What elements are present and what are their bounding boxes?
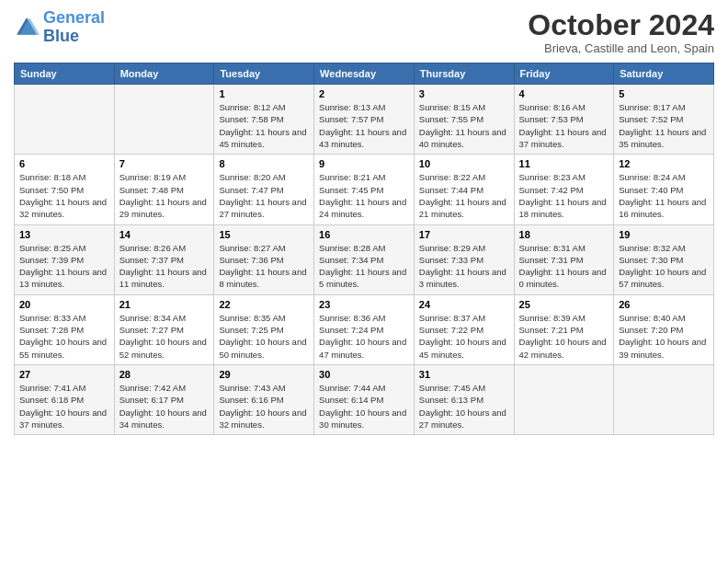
day-info: Sunrise: 8:13 AM Sunset: 7:57 PM Dayligh… bbox=[319, 101, 409, 150]
day-number: 8 bbox=[219, 158, 309, 169]
logo: General Blue bbox=[14, 9, 105, 46]
day-info: Sunrise: 8:35 AM Sunset: 7:25 PM Dayligh… bbox=[219, 312, 309, 361]
calendar-week-row: 6Sunrise: 8:18 AM Sunset: 7:50 PM Daylig… bbox=[15, 155, 714, 224]
day-info: Sunrise: 8:37 AM Sunset: 7:22 PM Dayligh… bbox=[419, 312, 509, 361]
day-number: 10 bbox=[419, 158, 509, 169]
day-number: 3 bbox=[419, 88, 509, 99]
weekday-row: SundayMondayTuesdayWednesdayThursdayFrid… bbox=[15, 63, 714, 85]
day-number: 14 bbox=[119, 229, 210, 240]
calendar-cell: 27Sunrise: 7:41 AM Sunset: 6:18 PM Dayli… bbox=[15, 364, 115, 434]
calendar-body: 1Sunrise: 8:12 AM Sunset: 7:58 PM Daylig… bbox=[15, 85, 714, 435]
calendar-cell: 14Sunrise: 8:26 AM Sunset: 7:37 PM Dayli… bbox=[114, 224, 214, 294]
day-info: Sunrise: 8:20 AM Sunset: 7:47 PM Dayligh… bbox=[219, 171, 309, 220]
day-info: Sunrise: 7:41 AM Sunset: 6:18 PM Dayligh… bbox=[19, 382, 109, 431]
day-number: 13 bbox=[19, 229, 109, 240]
day-number: 17 bbox=[419, 229, 509, 240]
weekday-header: Friday bbox=[514, 63, 614, 85]
day-info: Sunrise: 8:21 AM Sunset: 7:45 PM Dayligh… bbox=[319, 171, 409, 220]
day-info: Sunrise: 8:29 AM Sunset: 7:33 PM Dayligh… bbox=[419, 242, 509, 291]
weekday-header: Sunday bbox=[15, 63, 115, 85]
day-number: 7 bbox=[119, 158, 210, 169]
calendar-cell: 6Sunrise: 8:18 AM Sunset: 7:50 PM Daylig… bbox=[15, 155, 115, 224]
logo-text: General Blue bbox=[43, 9, 105, 46]
day-number: 6 bbox=[19, 158, 109, 169]
page: General Blue October 2024 Brieva, Castil… bbox=[0, 0, 728, 563]
day-number: 22 bbox=[219, 299, 309, 310]
day-info: Sunrise: 8:17 AM Sunset: 7:52 PM Dayligh… bbox=[619, 101, 709, 150]
day-number: 29 bbox=[219, 369, 309, 380]
day-number: 5 bbox=[619, 88, 709, 99]
day-number: 23 bbox=[319, 299, 409, 310]
calendar-cell: 23Sunrise: 8:36 AM Sunset: 7:24 PM Dayli… bbox=[314, 294, 415, 364]
day-number: 28 bbox=[119, 369, 210, 380]
calendar-cell: 31Sunrise: 7:45 AM Sunset: 6:13 PM Dayli… bbox=[414, 364, 514, 434]
calendar-cell: 21Sunrise: 8:34 AM Sunset: 7:27 PM Dayli… bbox=[114, 294, 214, 364]
day-info: Sunrise: 8:34 AM Sunset: 7:27 PM Dayligh… bbox=[119, 312, 210, 361]
title-area: October 2024 Brieva, Castille and Leon, … bbox=[528, 9, 714, 55]
calendar-cell bbox=[15, 85, 115, 155]
calendar-cell: 20Sunrise: 8:33 AM Sunset: 7:28 PM Dayli… bbox=[15, 294, 115, 364]
subtitle: Brieva, Castille and Leon, Spain bbox=[528, 41, 714, 55]
calendar-cell: 19Sunrise: 8:32 AM Sunset: 7:30 PM Dayli… bbox=[614, 224, 714, 294]
calendar-cell bbox=[114, 85, 214, 155]
weekday-header: Wednesday bbox=[314, 63, 415, 85]
weekday-header: Monday bbox=[114, 63, 214, 85]
calendar-cell bbox=[514, 364, 614, 434]
calendar-cell: 8Sunrise: 8:20 AM Sunset: 7:47 PM Daylig… bbox=[214, 155, 314, 224]
header: General Blue October 2024 Brieva, Castil… bbox=[14, 9, 714, 55]
calendar-cell: 16Sunrise: 8:28 AM Sunset: 7:34 PM Dayli… bbox=[314, 224, 415, 294]
day-number: 9 bbox=[319, 158, 409, 169]
calendar-table: SundayMondayTuesdayWednesdayThursdayFrid… bbox=[14, 63, 714, 435]
calendar-week-row: 27Sunrise: 7:41 AM Sunset: 6:18 PM Dayli… bbox=[15, 364, 714, 434]
day-number: 2 bbox=[319, 88, 409, 99]
day-info: Sunrise: 8:32 AM Sunset: 7:30 PM Dayligh… bbox=[619, 242, 709, 291]
calendar-header: SundayMondayTuesdayWednesdayThursdayFrid… bbox=[15, 63, 714, 85]
day-number: 16 bbox=[319, 229, 409, 240]
day-info: Sunrise: 8:33 AM Sunset: 7:28 PM Dayligh… bbox=[19, 312, 109, 361]
weekday-header: Saturday bbox=[614, 63, 714, 85]
day-number: 24 bbox=[419, 299, 509, 310]
calendar-cell: 2Sunrise: 8:13 AM Sunset: 7:57 PM Daylig… bbox=[314, 85, 415, 155]
day-number: 19 bbox=[619, 229, 709, 240]
day-number: 20 bbox=[19, 299, 109, 310]
day-info: Sunrise: 8:23 AM Sunset: 7:42 PM Dayligh… bbox=[519, 171, 609, 220]
day-number: 31 bbox=[419, 369, 509, 380]
day-info: Sunrise: 8:40 AM Sunset: 7:20 PM Dayligh… bbox=[619, 312, 709, 361]
calendar-cell: 24Sunrise: 8:37 AM Sunset: 7:22 PM Dayli… bbox=[414, 294, 514, 364]
day-number: 26 bbox=[619, 299, 709, 310]
day-number: 12 bbox=[619, 158, 709, 169]
calendar-cell: 9Sunrise: 8:21 AM Sunset: 7:45 PM Daylig… bbox=[314, 155, 415, 224]
calendar-cell: 17Sunrise: 8:29 AM Sunset: 7:33 PM Dayli… bbox=[414, 224, 514, 294]
calendar-cell: 5Sunrise: 8:17 AM Sunset: 7:52 PM Daylig… bbox=[614, 85, 714, 155]
weekday-header: Tuesday bbox=[214, 63, 314, 85]
day-info: Sunrise: 8:24 AM Sunset: 7:40 PM Dayligh… bbox=[619, 171, 709, 220]
day-number: 11 bbox=[519, 158, 609, 169]
calendar-cell: 10Sunrise: 8:22 AM Sunset: 7:44 PM Dayli… bbox=[414, 155, 514, 224]
calendar-cell: 29Sunrise: 7:43 AM Sunset: 6:16 PM Dayli… bbox=[214, 364, 314, 434]
day-number: 21 bbox=[119, 299, 210, 310]
day-number: 15 bbox=[219, 229, 309, 240]
logo-line2: Blue bbox=[43, 27, 79, 45]
calendar-cell: 4Sunrise: 8:16 AM Sunset: 7:53 PM Daylig… bbox=[514, 85, 614, 155]
calendar-cell: 18Sunrise: 8:31 AM Sunset: 7:31 PM Dayli… bbox=[514, 224, 614, 294]
day-number: 1 bbox=[219, 88, 309, 99]
calendar-cell: 12Sunrise: 8:24 AM Sunset: 7:40 PM Dayli… bbox=[614, 155, 714, 224]
calendar-cell: 22Sunrise: 8:35 AM Sunset: 7:25 PM Dayli… bbox=[214, 294, 314, 364]
main-title: October 2024 bbox=[528, 9, 714, 41]
calendar-cell: 25Sunrise: 8:39 AM Sunset: 7:21 PM Dayli… bbox=[514, 294, 614, 364]
logo-line1: General bbox=[43, 8, 105, 27]
day-info: Sunrise: 8:15 AM Sunset: 7:55 PM Dayligh… bbox=[419, 101, 509, 150]
calendar-cell bbox=[614, 364, 714, 434]
calendar-cell: 3Sunrise: 8:15 AM Sunset: 7:55 PM Daylig… bbox=[414, 85, 514, 155]
day-number: 30 bbox=[319, 369, 409, 380]
day-number: 18 bbox=[519, 229, 609, 240]
day-info: Sunrise: 8:36 AM Sunset: 7:24 PM Dayligh… bbox=[319, 312, 409, 361]
day-info: Sunrise: 8:31 AM Sunset: 7:31 PM Dayligh… bbox=[519, 242, 609, 291]
day-info: Sunrise: 7:42 AM Sunset: 6:17 PM Dayligh… bbox=[119, 382, 210, 431]
weekday-header: Thursday bbox=[414, 63, 514, 85]
day-info: Sunrise: 8:22 AM Sunset: 7:44 PM Dayligh… bbox=[419, 171, 509, 220]
calendar-cell: 15Sunrise: 8:27 AM Sunset: 7:36 PM Dayli… bbox=[214, 224, 314, 294]
calendar-cell: 26Sunrise: 8:40 AM Sunset: 7:20 PM Dayli… bbox=[614, 294, 714, 364]
calendar-week-row: 13Sunrise: 8:25 AM Sunset: 7:39 PM Dayli… bbox=[15, 224, 714, 294]
day-info: Sunrise: 7:44 AM Sunset: 6:14 PM Dayligh… bbox=[319, 382, 409, 431]
